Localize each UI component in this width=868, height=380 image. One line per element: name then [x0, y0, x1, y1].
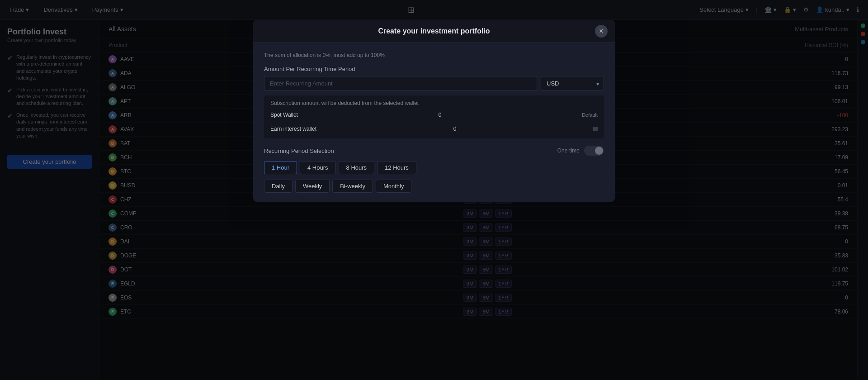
freq-btn[interactable]: Bi-weekly	[332, 180, 373, 193]
period-select-btn[interactable]: 8 Hours	[339, 161, 375, 174]
modal-note: The sum of allocation is 0%, must add up…	[264, 52, 604, 58]
period-select-btn[interactable]: 12 Hours	[377, 161, 416, 174]
period-select-btn[interactable]: 1 Hour	[264, 161, 297, 174]
modal: Create your investment portfolio × The s…	[253, 20, 615, 202]
wallet-note: Subscription amount will be deducted fro…	[270, 100, 598, 106]
modal-overlay: Create your investment portfolio × The s…	[0, 0, 868, 380]
freq-btn[interactable]: Weekly	[295, 180, 330, 193]
modal-title: Create your investment portfolio	[378, 27, 490, 35]
spot-wallet-label: Spot Wallet	[270, 112, 298, 118]
earn-wallet-indicator	[593, 127, 598, 131]
recurring-amount-input[interactable]	[264, 76, 537, 91]
period-section-label: Recurring Period Selection	[264, 147, 334, 154]
period-section-row: Recurring Period Selection One-time	[264, 146, 604, 156]
earn-wallet-value: 0	[453, 126, 457, 132]
period-select-btn[interactable]: 4 Hours	[300, 161, 336, 174]
amount-section-label: Amount Per Recurring Time Period	[264, 66, 604, 72]
wallet-info: Subscription amount will be deducted fro…	[264, 95, 604, 138]
amount-input-row: USD BTC ETH	[264, 76, 604, 91]
spot-wallet-row: Spot Wallet 0 Default	[270, 110, 598, 120]
modal-close-button[interactable]: ×	[595, 25, 608, 38]
spot-wallet-default: Default	[582, 112, 598, 118]
one-time-toggle[interactable]	[584, 146, 604, 156]
one-time-label: One-time	[557, 147, 580, 154]
period-buttons-group: 1 Hour4 Hours8 Hours12 Hours	[264, 161, 604, 174]
spot-wallet-value: 0	[439, 112, 442, 118]
currency-select-wrapper: USD BTC ETH	[541, 76, 604, 91]
toggle-knob	[595, 147, 603, 155]
freq-buttons-group: DailyWeeklyBi-weeklyMonthly	[264, 180, 604, 193]
modal-header: Create your investment portfolio ×	[253, 20, 615, 43]
currency-select[interactable]: USD BTC ETH	[541, 76, 604, 91]
freq-btn[interactable]: Monthly	[376, 180, 412, 193]
earn-wallet-label: Earn interest wallet	[270, 126, 316, 132]
modal-body: The sum of allocation is 0%, must add up…	[253, 43, 615, 202]
freq-btn[interactable]: Daily	[264, 180, 292, 193]
earn-wallet-row: Earn interest wallet 0	[270, 122, 598, 134]
